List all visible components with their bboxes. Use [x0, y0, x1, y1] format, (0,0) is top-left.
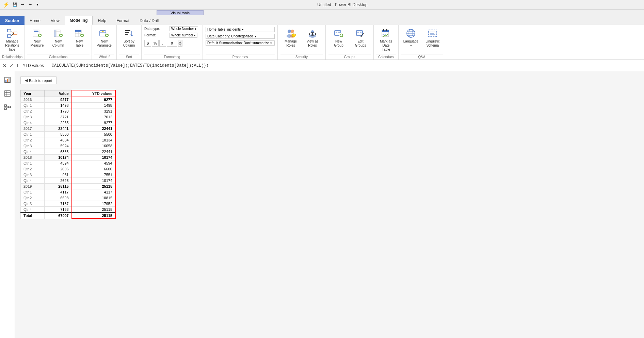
table-row-value: 3721 [45, 114, 72, 120]
data-type-label: Data type: [144, 27, 168, 31]
table-row-ytd: 22441 [72, 149, 115, 155]
data-category-dropdown[interactable]: Data Category: Uncategorized ▾ [206, 34, 275, 39]
formula-row-number: 1 [16, 63, 19, 68]
col-header-ytd: YTD values [72, 90, 115, 97]
svg-rect-61 [385, 34, 386, 35]
group-calculations: New Measure New Column [25, 25, 92, 60]
back-arrow-icon: ◀ [25, 78, 28, 83]
manage-relationships-button[interactable]: Manage Relationships [2, 26, 22, 53]
confirm-formula-button[interactable]: ✓ [10, 63, 14, 68]
format-dropdown[interactable]: Whole number ▾ [170, 33, 197, 38]
data-type-row: Data type: Whole Number ▾ [144, 26, 198, 31]
table-row-value: 25115 [45, 184, 72, 189]
table-row-ytd: 9277 [72, 97, 115, 103]
new-measure-button[interactable]: New Measure [27, 26, 47, 49]
formula-expression[interactable]: CALCULATE(SUM(incidents[Value]);DATESYTD… [52, 63, 209, 68]
column-svg [53, 28, 64, 39]
sidebar-icon-report[interactable] [1, 74, 14, 86]
cancel-formula-button[interactable]: ✕ [3, 63, 7, 68]
manage-roles-label: Manage Roles [283, 39, 299, 48]
default-summarization-dropdown[interactable]: Default Summarization: Don't summarize ▾ [206, 40, 275, 46]
language-label: Language ▾ [403, 39, 419, 48]
edit-groups-svg [355, 28, 366, 39]
group-groups-label: Groups [328, 54, 371, 60]
format-label: Format: [144, 33, 168, 37]
manage-roles-button[interactable]: 🔑 Manage Roles [280, 26, 301, 49]
svg-rect-1 [7, 35, 11, 37]
group-calendars: Mark as Date Table Calendars [374, 25, 399, 60]
table-row-ytd: 7012 [72, 114, 115, 120]
formula-measure-name: YTD values [23, 63, 44, 68]
table-row-year: Qtr 2 [21, 195, 45, 201]
format-row: Format: Whole number ▾ [144, 33, 197, 38]
tab-help[interactable]: Help [93, 16, 111, 25]
table-row-year: Qtr 3 [21, 201, 45, 207]
tab-modeling[interactable]: Modeling [65, 16, 93, 25]
back-to-report-button[interactable]: ◀ Back to report [20, 77, 57, 84]
tab-data-drill[interactable]: Data / Drill [134, 16, 164, 25]
new-parameter-icon [99, 28, 110, 39]
group-properties-label: Properties [206, 54, 275, 60]
decimals-decrease-button[interactable]: ▼ [178, 43, 182, 47]
svg-rect-53 [360, 32, 361, 33]
tab-view[interactable]: View [46, 16, 65, 25]
new-group-button[interactable]: New Group [328, 26, 349, 49]
home-table-dropdown[interactable]: Home Table: incidents ▾ [206, 27, 275, 32]
table-row-ytd: 22441 [72, 126, 115, 132]
table-row-value: 67007 [45, 213, 72, 219]
mark-as-date-table-button[interactable]: Mark as Date Table [376, 26, 396, 53]
percent-button[interactable]: % [152, 40, 159, 47]
new-table-button[interactable]: New Table [69, 26, 90, 49]
svg-rect-52 [357, 32, 359, 33]
edit-groups-icon [355, 28, 366, 39]
table-row-ytd: 7551 [72, 172, 115, 178]
new-parameter-button[interactable]: New Parameter [94, 26, 114, 53]
quick-access-dropdown[interactable]: ▾ [34, 1, 41, 8]
undo-button[interactable]: ↩ [19, 1, 26, 8]
svg-rect-58 [386, 29, 387, 31]
svg-rect-60 [383, 34, 384, 35]
group-calculations-label: Calculations [27, 54, 90, 60]
tab-format[interactable]: Format [111, 16, 134, 25]
new-group-label: New Group [331, 39, 347, 48]
default-summarization-chevron: ▾ [270, 41, 272, 45]
edit-groups-button[interactable]: Edit Groups [350, 26, 371, 49]
language-svg [405, 28, 416, 39]
svg-line-84 [6, 107, 9, 109]
back-to-report-label: Back to report [29, 79, 52, 83]
parameter-svg [99, 28, 110, 39]
table-row-value: 4117 [45, 189, 72, 195]
sidebar-icon-model[interactable] [1, 101, 14, 113]
sidebar-icon-data[interactable] [1, 87, 14, 100]
comma-button[interactable]: , [159, 40, 166, 47]
svg-rect-0 [7, 29, 11, 32]
table-row-value: 5924 [45, 143, 72, 149]
data-type-dropdown[interactable]: Whole Number ▾ [170, 26, 198, 31]
table-row-year: Qtr 1 [21, 103, 45, 108]
table-row-year: Qtr 2 [21, 108, 45, 114]
table-row-value: 6383 [45, 149, 72, 155]
redo-button[interactable]: ↪ [27, 1, 33, 8]
linguistic-schema-button[interactable]: Linguistic Schema [422, 26, 443, 49]
save-button[interactable]: 💾 [12, 1, 18, 8]
new-column-button[interactable]: New Column [48, 26, 68, 49]
tab-home[interactable]: Home [25, 16, 46, 25]
sort-by-column-button[interactable]: Sort by Column [119, 26, 139, 49]
decimals-input[interactable] [167, 40, 177, 47]
tab-file[interactable]: Soubor [0, 16, 25, 25]
group-relationships-label: Relationships [2, 54, 22, 60]
svg-rect-6 [34, 31, 38, 32]
table-row-year: Qtr 1 [21, 132, 45, 137]
view-as-roles-button[interactable]: View as Roles [302, 26, 323, 49]
language-button[interactable]: Language ▾ [401, 26, 421, 49]
table-row-year: Qtr 3 [21, 143, 45, 149]
data-icon [4, 90, 11, 97]
currency-button[interactable]: $ [144, 40, 151, 47]
table-row-value: 1498 [45, 103, 72, 108]
table-row-ytd: 10174 [72, 155, 115, 160]
measure-svg [32, 28, 43, 39]
home-table-row: Home Table: incidents ▾ [206, 27, 275, 32]
language-icon [405, 28, 416, 39]
table-row-year: Qtr 1 [21, 160, 45, 166]
decimals-increase-button[interactable]: ▲ [178, 40, 182, 43]
